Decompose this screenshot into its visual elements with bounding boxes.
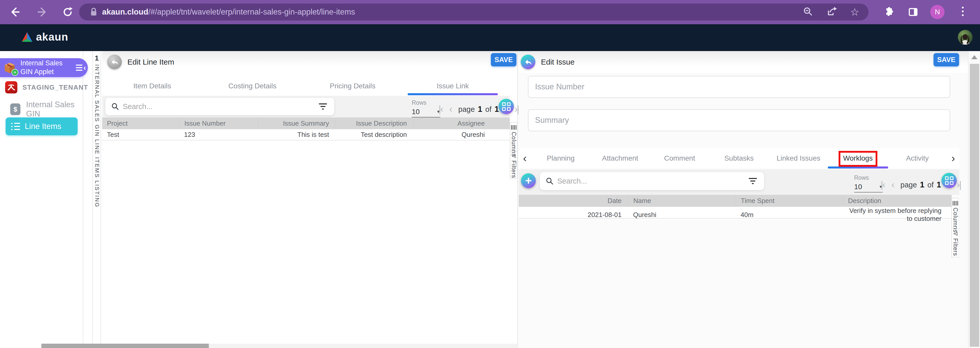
workspace-tab-strip[interactable]: 1 INTERNAL SALES GIN LINE ITEMS LISTING xyxy=(92,51,101,348)
summary-input[interactable] xyxy=(535,116,950,125)
sidebar-item-applet[interactable]: ✈ Internal Sales GIN Applet ‹ xyxy=(0,58,88,77)
filters-label: Filters xyxy=(510,160,517,178)
right-search-input[interactable] xyxy=(557,177,749,185)
left-search-box[interactable] xyxy=(105,97,334,115)
package-icon: ✈ xyxy=(3,60,17,75)
browser-reload-icon[interactable] xyxy=(60,5,75,19)
collapse-menu-icon[interactable]: ‹ xyxy=(76,64,86,72)
issue-number-input[interactable] xyxy=(535,82,950,91)
share-icon[interactable] xyxy=(826,6,837,18)
filter-icon[interactable] xyxy=(749,178,757,184)
col-issue-description: Issue Description xyxy=(336,119,414,127)
prev-page-icon[interactable]: ‹ xyxy=(891,180,894,189)
last-page-icon[interactable]: ›| xyxy=(515,105,519,114)
lock-icon[interactable] xyxy=(89,6,99,17)
user-avatar[interactable] xyxy=(958,30,973,44)
browser-forward-icon[interactable] xyxy=(35,5,50,19)
right-save-button[interactable]: SAVE xyxy=(934,53,959,67)
right-panel-title: Edit Issue xyxy=(541,58,574,67)
screen: akaun.cloud/#/applet/tnt/wavelet/erp/int… xyxy=(0,0,980,348)
left-rows-select[interactable]: 10 ▼ xyxy=(412,108,440,118)
horizontal-scrollbar-thumb[interactable] xyxy=(41,344,209,348)
cell-issue-description: Test description xyxy=(336,131,414,139)
rows-label: Rows xyxy=(854,175,883,181)
grid-view-button[interactable] xyxy=(942,173,957,188)
right-rows-select[interactable]: 10 ▼ xyxy=(854,183,883,192)
tab-comment[interactable]: Comment xyxy=(650,148,710,168)
extensions-puzzle-icon[interactable] xyxy=(881,5,896,19)
left-rows-per-page: Rows 10 ▼ xyxy=(412,99,440,118)
page-indicator: page 1 of 1 xyxy=(900,180,941,189)
sidebar-item-module[interactable]: $ Internal Sales GIN xyxy=(10,100,83,118)
tab-attachment[interactable]: Attachment xyxy=(590,148,650,168)
cell-date: 2021-08-01 xyxy=(519,211,628,219)
summary-field[interactable] xyxy=(528,109,950,131)
filters-toggle[interactable]: Filters xyxy=(952,229,959,257)
browser-profile-avatar[interactable]: N xyxy=(930,5,945,19)
horizontal-scrollbar[interactable] xyxy=(41,344,518,348)
url-bar[interactable]: akaun.cloud/#/applet/tnt/wavelet/erp/int… xyxy=(79,3,869,21)
zoom-icon[interactable] xyxy=(803,6,813,18)
side-panel-icon[interactable] xyxy=(906,5,921,19)
sidebar-applet-label: Internal Sales GIN Applet xyxy=(21,59,75,76)
filter-icon[interactable] xyxy=(319,103,327,110)
tab-worklogs[interactable]: Worklogs xyxy=(828,148,888,168)
funnel-icon xyxy=(953,231,958,236)
vertical-scrollbar[interactable] xyxy=(968,51,980,348)
grid-icon xyxy=(502,102,511,111)
right-tabs: ‹ Planning Attachment Comment Subtasks L… xyxy=(519,148,959,168)
grid-view-button[interactable] xyxy=(498,99,514,114)
sidebar-item-line-items[interactable]: Line Items xyxy=(6,118,78,135)
akaun-logo: akaun xyxy=(21,31,68,43)
tab-pricing-details[interactable]: Pricing Details xyxy=(302,76,403,95)
cell-project: Test xyxy=(102,131,179,139)
vertical-scrollbar-thumb[interactable] xyxy=(970,64,979,347)
left-search-input[interactable] xyxy=(123,102,319,111)
col-issue-summary: Issue Summary xyxy=(258,119,336,127)
bookmark-star-icon[interactable]: ☆ xyxy=(850,7,859,17)
right-search-box[interactable] xyxy=(540,172,764,190)
tab-costing-details[interactable]: Costing Details xyxy=(202,76,303,95)
sidebar-item-tenant[interactable]: STAGING_TENANT xyxy=(5,81,88,94)
first-page-icon[interactable]: |‹ xyxy=(881,180,885,189)
tabs-scroll-left-icon[interactable]: ‹ xyxy=(519,148,531,168)
active-tab-underline xyxy=(828,167,888,168)
sidebar: ✈ Internal Sales GIN Applet ‹ STAGING_TE… xyxy=(0,51,83,348)
browser-menu-icon[interactable] xyxy=(962,6,964,16)
left-save-button[interactable]: SAVE xyxy=(491,53,516,67)
rows-value: 10 xyxy=(854,183,862,191)
tab-issue-link[interactable]: Issue Link xyxy=(403,76,503,95)
back-button-gradient[interactable] xyxy=(521,55,535,69)
tab-activity[interactable]: Activity xyxy=(888,148,947,168)
left-panel-header: Edit Line Item SAVE xyxy=(102,51,517,73)
browser-back-icon[interactable] xyxy=(7,5,22,19)
last-page-icon[interactable]: ›| xyxy=(957,180,961,189)
tab-linked-issues[interactable]: Linked Issues xyxy=(768,148,828,168)
col-name: Name xyxy=(628,197,736,205)
filters-toggle[interactable]: Filters xyxy=(510,151,517,179)
cell-assignee: Qureshi xyxy=(414,131,492,139)
columns-toggle[interactable]: Columns xyxy=(952,198,959,229)
col-assignee: Assignee xyxy=(414,119,492,127)
columns-toggle[interactable]: Columns xyxy=(510,122,517,151)
scroll-up-icon[interactable] xyxy=(971,55,977,59)
tab-issue-link-label: Issue Link xyxy=(437,82,469,90)
back-button[interactable] xyxy=(107,55,122,69)
page-indicator: page 1 of 1 xyxy=(458,105,499,114)
tab-subtasks[interactable]: Subtasks xyxy=(710,148,769,168)
sidebar-line-items-label: Line Items xyxy=(25,122,61,131)
left-table-row[interactable]: Test 123 This is test Test description Q… xyxy=(102,129,510,140)
first-page-icon[interactable]: |‹ xyxy=(439,105,443,114)
browser-chrome: akaun.cloud/#/applet/tnt/wavelet/erp/int… xyxy=(0,0,980,24)
right-table-row[interactable]: 2021-08-01 Qureshi 40m Verify in system … xyxy=(519,207,952,219)
active-tab-underline xyxy=(408,93,498,95)
add-worklog-button[interactable]: + xyxy=(521,173,536,188)
tab-item-details[interactable]: Item Details xyxy=(102,76,202,95)
tabs-scroll-right-icon[interactable]: › xyxy=(947,148,959,168)
url-path: /#/applet/tnt/wavelet/erp/internal-sales… xyxy=(148,7,355,16)
prev-page-icon[interactable]: ‹ xyxy=(449,105,452,114)
columns-icon xyxy=(511,125,516,130)
grid-icon xyxy=(945,176,953,185)
tab-planning[interactable]: Planning xyxy=(531,148,590,168)
issue-number-field[interactable] xyxy=(528,76,950,98)
